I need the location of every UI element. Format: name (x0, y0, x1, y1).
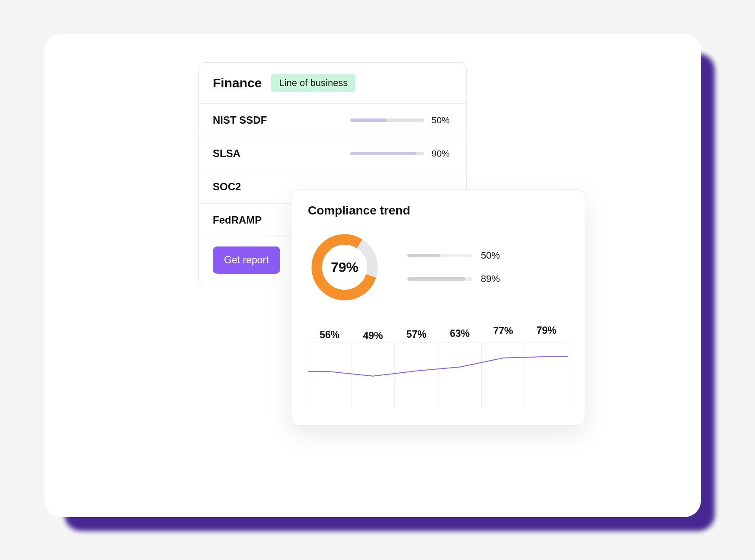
get-report-button[interactable]: Get report (213, 246, 280, 274)
framework-label: FedRAMP (213, 214, 278, 226)
donut-percent-label: 79% (331, 259, 358, 275)
side-progress-bar (407, 254, 472, 257)
compliance-donut-chart: 79% (308, 230, 381, 304)
side-progress-bar (407, 277, 472, 281)
line-of-business-badge: Line of business (271, 74, 355, 92)
side-bar-row: 89% (407, 273, 500, 285)
framework-label: SOC2 (213, 181, 278, 193)
framework-row: SLSA 90% (199, 137, 466, 170)
main-container: Finance Line of business NIST SSDF 50% S… (45, 34, 701, 517)
side-progress-fill (407, 254, 440, 257)
finance-card-header: Finance Line of business (199, 63, 466, 104)
trend-top-row: 79% 50% 89% (308, 230, 568, 304)
framework-progress: 50% (350, 115, 452, 125)
trend-line-path (308, 334, 568, 408)
progress-bar (350, 152, 424, 155)
progress-fill (350, 118, 387, 122)
side-progress-fill (407, 277, 465, 281)
progress-bar (350, 118, 424, 122)
trend-title: Compliance trend (308, 204, 568, 218)
side-bar-row: 50% (407, 250, 500, 261)
finance-title: Finance (213, 76, 262, 90)
framework-label: SLSA (213, 147, 278, 160)
trend-line-chart: 56% 49% 57% 63% 77% 79% (308, 321, 568, 408)
side-progress-percent: 89% (481, 273, 500, 285)
side-progress-percent: 50% (481, 250, 500, 261)
framework-row: NIST SSDF 50% (199, 104, 466, 137)
progress-fill (350, 152, 416, 155)
compliance-trend-card: Compliance trend 79% 50% (291, 189, 585, 426)
progress-percent: 90% (432, 148, 452, 159)
framework-label: NIST SSDF (213, 114, 278, 126)
trend-side-bars: 50% 89% (407, 250, 500, 285)
trend-value-labels: 56% 49% 57% 63% 77% 79% (308, 321, 568, 333)
progress-percent: 50% (432, 115, 452, 125)
framework-progress: 90% (350, 148, 452, 159)
